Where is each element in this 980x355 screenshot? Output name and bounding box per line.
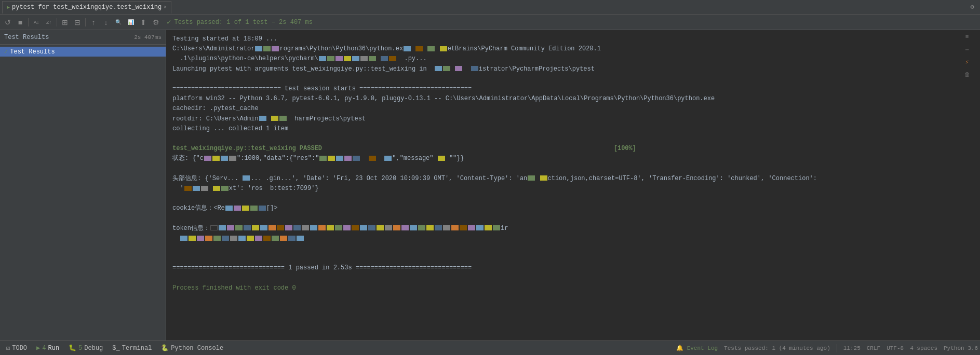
run-icon: ▶ xyxy=(36,344,40,352)
output-line: ' xt': 'ros b:test:7099'} xyxy=(172,184,974,194)
sort-az-button[interactable]: A↓ xyxy=(31,17,42,28)
python-console-tab[interactable]: 🐍 Python Console xyxy=(157,342,227,354)
search-icon: 🔍 xyxy=(115,19,122,25)
tests-passed-status: Tests passed: 1 (4 minutes ago) xyxy=(724,345,830,351)
output-line xyxy=(172,274,974,283)
run-label: Run xyxy=(48,345,59,352)
indent[interactable]: 4 spaces xyxy=(910,345,937,351)
chart-button[interactable]: 📊 xyxy=(125,17,137,28)
run-number: 4 xyxy=(42,345,46,352)
stop-icon: ■ xyxy=(18,18,22,26)
search-button[interactable]: 🔍 xyxy=(113,17,124,28)
down-button[interactable]: ↓ xyxy=(100,17,112,28)
output-area[interactable]: Testing started at 18:09 ... C:\Users\Ad… xyxy=(166,30,980,340)
event-log[interactable]: 🔔 Event Log xyxy=(676,345,718,351)
terminal-icon: $_ xyxy=(112,345,119,352)
output-line xyxy=(172,243,974,253)
settings2-button[interactable]: ⚙ xyxy=(150,17,162,28)
right-side-icons: ≡ ⋯ ⚡ 🗑 xyxy=(961,30,973,80)
output-line xyxy=(172,74,974,84)
separator-1 xyxy=(28,18,29,26)
output-line: ============================== 1 passed … xyxy=(172,263,974,273)
terminal-label: Terminal xyxy=(122,345,152,352)
encoding[interactable]: UTF-8 xyxy=(887,345,904,351)
left-panel-header: Test Results 2s 407ms xyxy=(0,30,166,45)
output-line: Testing started at 18:09 ... xyxy=(172,34,974,44)
sort-az-icon: A↓ xyxy=(34,20,39,25)
output-line: collecting ... collected 1 item xyxy=(172,124,974,134)
panel-time: 2s 407ms xyxy=(134,34,162,40)
side-icon-3[interactable]: ⚡ xyxy=(961,56,973,67)
separator-2 xyxy=(57,18,57,26)
settings2-icon: ⚙ xyxy=(153,18,159,26)
panel-title: Test Results xyxy=(4,34,49,41)
tree-item-label: Test Results xyxy=(10,48,55,56)
run-bottom-tab[interactable]: ▶ 4 Run xyxy=(32,342,63,354)
output-line xyxy=(172,253,974,263)
time-display: 11:25 xyxy=(843,345,861,351)
run-tab-icon: ▶ xyxy=(7,4,10,10)
run-tab[interactable]: ▶ pytest for test_weixingqiye.test_weixi… xyxy=(2,1,171,13)
output-line: cachedir: .pytest_cache xyxy=(172,104,974,114)
run-tab-close[interactable]: × xyxy=(164,5,167,10)
tab-bar: ▶ pytest for test_weixingqiye.test_weixi… xyxy=(0,0,980,15)
output-line: .1\plugins\python-ce\helpers\pycharm\ .p… xyxy=(172,54,974,64)
collapse-button[interactable]: ⊟ xyxy=(72,17,83,28)
line-ending[interactable]: CRLF xyxy=(867,345,880,351)
test-status: ✓ Tests passed: 1 of 1 test – 2s 407 ms xyxy=(167,18,313,26)
output-process-finished: Process finished with exit code 0 xyxy=(172,283,974,293)
status-sep-1 xyxy=(837,344,837,352)
output-line: 状态: {"c":1000,"data":{"res":" ","message… xyxy=(172,154,974,163)
test-tree[interactable]: ✓ Test Results xyxy=(0,45,166,340)
export-icon: ⬆ xyxy=(140,18,146,26)
trash-icon[interactable]: 🗑 xyxy=(961,69,973,80)
output-line xyxy=(172,194,974,203)
settings-button[interactable]: ⚙ xyxy=(966,2,978,13)
side-icon-1[interactable]: ≡ xyxy=(961,31,973,43)
toolbar: ↺ ■ A↓ Z↑ ⊞ ⊟ ↑ ↓ 🔍 📊 ⬆ ⚙ ✓ Tests passed… xyxy=(0,15,980,30)
output-line: cookie信息：<Re[]> xyxy=(172,203,974,213)
terminal-tab[interactable]: $_ Terminal xyxy=(108,342,156,354)
pass-icon: ✓ xyxy=(4,48,8,56)
check-icon: ✓ xyxy=(167,18,171,26)
up-icon: ↑ xyxy=(92,18,96,26)
down-icon: ↓ xyxy=(104,18,108,26)
rerun-icon: ↺ xyxy=(5,18,11,26)
output-line xyxy=(172,163,974,173)
status-bar: 🔔 Event Log Tests passed: 1 (4 minutes a… xyxy=(676,344,978,352)
export-button[interactable]: ⬆ xyxy=(138,17,149,28)
debug-icon: 🐛 xyxy=(69,344,76,352)
output-line: token信息：ir xyxy=(172,224,974,234)
sort-za-icon: Z↑ xyxy=(46,20,51,25)
output-line: Launching pytest with arguments test_wei… xyxy=(172,64,974,74)
expand-button[interactable]: ⊞ xyxy=(59,17,71,28)
tree-item-root[interactable]: ✓ Test Results xyxy=(0,47,166,57)
left-panel: Test Results 2s 407ms ✓ Test Results xyxy=(0,30,166,340)
output-line-passed: test_weixingqiye.py::test_weixing PASSED… xyxy=(172,144,974,154)
side-icon-2[interactable]: ⋯ xyxy=(961,44,973,55)
output-line: platform win32 -- Python 3.6.7, pytest-6… xyxy=(172,94,974,104)
todo-tab[interactable]: ☑ TODO xyxy=(2,342,31,354)
output-line: ============================= test sessi… xyxy=(172,84,974,94)
python-icon: 🐍 xyxy=(161,344,169,352)
rerun-button[interactable]: ↺ xyxy=(2,17,14,28)
main-area: Test Results 2s 407ms ✓ Test Results Tes… xyxy=(0,30,980,340)
output-line: C:\Users\Administratorrograms\Python\Pyt… xyxy=(172,44,974,54)
output-line: 头部信息: {'Serv... ... .gin...', 'Date': 'F… xyxy=(172,174,974,184)
stop-button[interactable]: ■ xyxy=(15,17,26,28)
todo-icon: ☑ xyxy=(6,344,10,352)
sort-za-button[interactable]: Z↑ xyxy=(43,17,55,28)
expand-icon: ⊞ xyxy=(62,18,68,26)
event-log-icon: 🔔 xyxy=(676,345,683,351)
debug-bottom-tab[interactable]: 🐛 5 Debug xyxy=(64,342,107,354)
up-button[interactable]: ↑ xyxy=(88,17,99,28)
python-console-label: Python Console xyxy=(171,345,223,352)
python-version[interactable]: Python 3.6 xyxy=(944,345,978,351)
chart-icon: 📊 xyxy=(128,19,134,25)
output-line: rootdir: C:\Users\Admin harmProjects\pyt… xyxy=(172,114,974,124)
debug-label: Debug xyxy=(84,345,103,352)
right-panel: Testing started at 18:09 ... C:\Users\Ad… xyxy=(166,30,980,340)
bottom-bar: ☑ TODO ▶ 4 Run 🐛 5 Debug $_ Terminal 🐍 P… xyxy=(0,340,980,355)
output-line xyxy=(172,234,974,243)
collapse-icon: ⊟ xyxy=(74,18,80,26)
